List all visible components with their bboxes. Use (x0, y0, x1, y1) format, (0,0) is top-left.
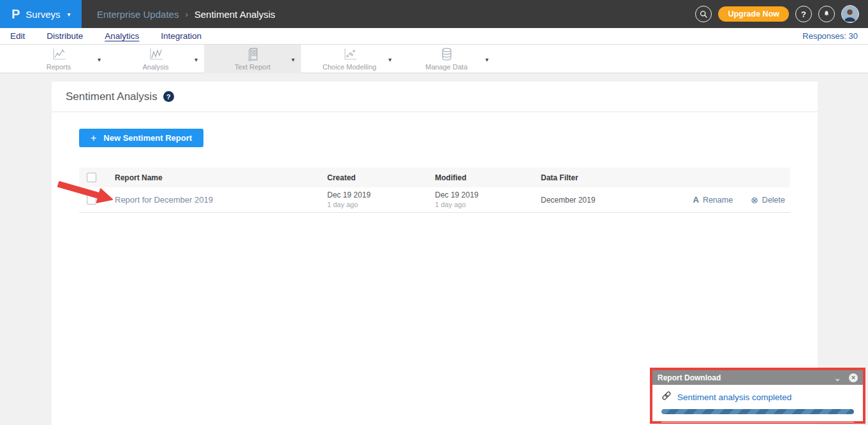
created-date: Dec 19 2019 (327, 190, 435, 200)
nav-item-analytics[interactable]: Analytics (105, 31, 139, 41)
nav-item-edit[interactable]: Edit (10, 31, 25, 41)
download-panel-header: Report Download ⌄ ✕ (652, 370, 863, 385)
title-help-icon[interactable]: ? (163, 91, 174, 102)
line-chart-icon (51, 47, 67, 62)
responses-count: Responses: 30 (802, 31, 858, 41)
row-actions: A Rename ⊗ Delete (669, 195, 790, 205)
new-sentiment-report-button[interactable]: + New Sentiment Report (79, 129, 203, 147)
rename-icon: A (693, 195, 698, 205)
header-checkbox-cell (79, 173, 115, 182)
questionpro-logo-icon: P (11, 6, 20, 22)
modified-relative: 1 day ago (435, 200, 541, 210)
help-icon[interactable]: ? (795, 6, 812, 22)
search-icon[interactable] (695, 6, 712, 22)
download-link[interactable]: Sentiment analysis completed (661, 391, 854, 403)
delete-icon: ⊗ (751, 195, 758, 205)
report-name-link[interactable]: Report for December 2019 (115, 195, 213, 205)
chevron-down-icon: ▾ (68, 11, 71, 18)
ribbon-label: Choice Modelling (323, 63, 376, 71)
survey-nav: Edit Distribute Analytics Integration Re… (0, 28, 868, 45)
progress-bar-fill (661, 409, 854, 414)
delete-label: Delete (762, 196, 785, 205)
ribbon-label: Analysis (143, 63, 169, 71)
caret-down-icon[interactable]: ▾ (485, 55, 489, 62)
download-panel-body: Sentiment analysis completed (652, 385, 863, 422)
created-relative: 1 day ago (327, 200, 435, 210)
rename-label: Rename (703, 196, 733, 205)
row-checkbox[interactable] (87, 195, 96, 205)
select-all-checkbox[interactable] (87, 173, 96, 182)
download-panel-title: Report Download (658, 373, 721, 382)
table-header-row: Report Name Created Modified Data Filter (79, 168, 790, 187)
collapse-chevron-icon[interactable]: ⌄ (834, 375, 841, 381)
report-document-icon (245, 47, 261, 62)
breadcrumb-parent-link[interactable]: Enterprise Updates (97, 9, 179, 20)
ribbon-item-choice-modelling[interactable]: Choice Modelling ▾ (301, 45, 398, 73)
ribbon-item-manage-data[interactable]: Manage Data ▾ (398, 45, 495, 73)
page-title: Sentiment Analysis (66, 90, 158, 103)
upgrade-now-button[interactable]: Upgrade Now (718, 6, 789, 22)
header-report-name: Report Name (115, 173, 327, 182)
rename-button[interactable]: A Rename (693, 195, 733, 205)
breadcrumb: Enterprise Updates › Sentiment Analysis (97, 9, 275, 20)
report-download-panel: Report Download ⌄ ✕ Sentiment analysis c… (650, 368, 865, 424)
ribbon-label: Manage Data (425, 63, 467, 71)
nav-item-distribute[interactable]: Distribute (47, 31, 83, 41)
progress-bar-track (661, 409, 854, 414)
link-chain-icon (661, 391, 672, 403)
ribbon-item-analysis[interactable]: Analysis ▾ (107, 45, 204, 73)
download-panel-controls: ⌄ ✕ (834, 373, 858, 382)
modified-cell: Dec 19 2019 1 day ago (435, 190, 541, 210)
plus-icon: + (91, 133, 96, 144)
delete-button[interactable]: ⊗ Delete (751, 195, 785, 205)
analytics-ribbon: Reports ▾ Analysis ▾ Text Report ▾ Choic… (0, 45, 868, 73)
user-avatar[interactable] (841, 5, 859, 23)
product-switcher[interactable]: P Surveys ▾ (0, 0, 82, 28)
download-link-label: Sentiment analysis completed (677, 393, 791, 402)
modified-date: Dec 19 2019 (435, 190, 541, 200)
table-row: Report for December 2019 Dec 19 2019 1 d… (79, 187, 790, 213)
report-name-cell: Report for December 2019 (115, 195, 327, 205)
ribbon-item-reports[interactable]: Reports ▾ (10, 45, 107, 73)
notifications-bell-icon[interactable] (818, 6, 835, 22)
product-name: Surveys (26, 9, 60, 20)
scatter-chart-icon (342, 47, 358, 62)
nav-item-integration[interactable]: Integration (161, 31, 202, 41)
breadcrumb-separator-icon: › (185, 10, 188, 19)
caret-down-icon[interactable]: ▾ (291, 55, 295, 62)
top-bar: P Surveys ▾ Enterprise Updates › Sentime… (0, 0, 868, 28)
data-filter-cell: December 2019 (541, 196, 669, 205)
download-item: Sentiment analysis completed (661, 391, 854, 422)
caret-down-icon[interactable]: ▾ (98, 55, 101, 62)
title-row: Sentiment Analysis ? (52, 82, 818, 112)
caret-down-icon[interactable]: ▾ (388, 55, 392, 62)
ribbon-label: Reports (47, 63, 71, 71)
created-cell: Dec 19 2019 1 day ago (327, 190, 435, 210)
row-checkbox-cell (79, 195, 115, 205)
zigzag-chart-icon (148, 47, 164, 62)
ribbon-label: Text Report (235, 63, 270, 71)
topbar-actions: Upgrade Now ? (695, 5, 868, 23)
database-icon (439, 47, 455, 62)
close-icon[interactable]: ✕ (849, 373, 858, 382)
caret-down-icon[interactable]: ▾ (195, 55, 198, 62)
ribbon-item-text-report[interactable]: Text Report ▾ (204, 45, 301, 73)
new-report-label: New Sentiment Report (103, 133, 192, 143)
header-modified: Modified (435, 173, 541, 182)
header-created: Created (327, 173, 435, 182)
header-data-filter: Data Filter (541, 173, 669, 182)
data-filter-value: December 2019 (541, 196, 595, 205)
breadcrumb-current: Sentiment Analysis (195, 9, 276, 20)
reports-table: Report Name Created Modified Data Filter… (79, 168, 790, 213)
app-screen: P Surveys ▾ Enterprise Updates › Sentime… (0, 0, 868, 425)
